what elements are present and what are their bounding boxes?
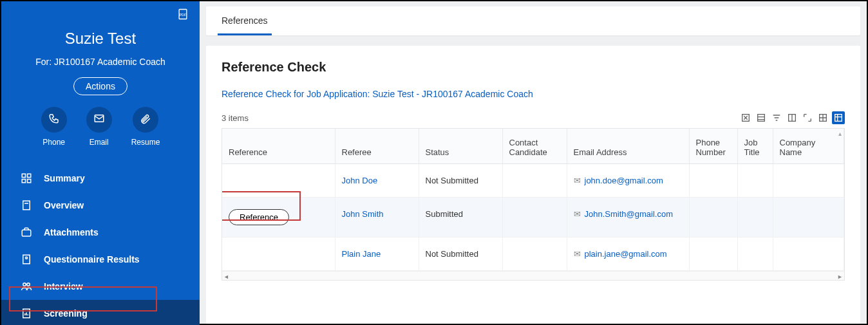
cell-phone [689,197,737,237]
mail-icon: ✉ [574,209,581,219]
col-company[interactable]: Company Name [773,129,844,163]
sidebar-item-summary[interactable]: Summary [1,165,200,192]
cell-email[interactable]: ✉john.doe@gmail.com [567,163,689,197]
cell-contact-candidate [502,163,567,197]
cell-job-title [737,237,773,270]
references-table: Reference Referee Status Contact Candida… [222,129,844,271]
contact-label-phone: Phone [42,138,65,147]
scroll-right-icon: ► [837,274,843,280]
panel-link[interactable]: Reference Check for Job Application: Suz… [222,89,533,99]
clipboard-icon [21,254,32,265]
horizontal-scrollbar[interactable]: ◄ ► [222,271,844,280]
panel: Reference Check Reference Check for Job … [206,46,860,324]
cell-email[interactable]: ✉John.Smith@gmail.com [567,197,689,237]
cell-referee[interactable]: John Smith [335,197,419,237]
svg-rect-3 [22,174,25,177]
cell-reference: Reference [222,197,335,237]
table-toolbar [739,111,845,124]
actions-button[interactable]: Actions [73,77,127,95]
cell-company [773,197,844,237]
svg-text:PDF: PDF [180,13,186,17]
tab-references[interactable]: References [218,6,272,35]
cell-phone [689,237,737,270]
contact-row: Phone Email Resume [1,107,200,147]
panel-title: Reference Check [222,60,845,75]
people-icon [21,281,32,292]
briefcase-icon [21,227,32,238]
sidebar-item-questionnaire[interactable]: Questionnaire Results [1,246,200,273]
cell-phone [689,163,737,197]
contact-phone[interactable]: Phone [41,107,67,147]
filter-icon[interactable] [770,111,783,124]
mail-icon: ✉ [574,176,581,185]
cell-contact-candidate [502,197,567,237]
open-reference-button[interactable]: Reference [229,209,289,225]
contact-email[interactable]: Email [86,107,112,147]
svg-rect-7 [23,201,30,210]
table-row: John Doe Not Submitted ✉john.doe@gmail.c… [222,163,844,197]
expand-icon[interactable] [801,111,814,124]
contact-label-email: Email [90,138,109,147]
sidebar-item-label: Summary [44,173,85,183]
report-icon [21,308,32,319]
email-text: John.Smith@gmail.com [585,209,673,219]
cell-reference [222,163,335,197]
col-status[interactable]: Status [419,129,502,163]
sidebar-item-label: Interview [44,281,83,292]
mail-icon: ✉ [574,249,581,259]
contact-resume[interactable]: Resume [131,107,160,147]
svg-point-13 [27,283,30,286]
sidebar-item-screening[interactable]: Screening [1,300,200,325]
email-icon [93,113,105,127]
cell-email[interactable]: ✉plain.jane@gmail.com [567,237,689,270]
sidebar-nav: Summary Overview Attachments Questionnai… [1,165,200,325]
grid-view-icon[interactable] [816,111,829,124]
table-wrap: ▴ Reference Referee Status Contact Candi… [222,128,845,281]
export-pdf-icon[interactable]: PDF [176,8,189,23]
col-reference[interactable]: Reference [222,129,335,163]
scroll-left-icon: ◄ [223,274,229,280]
columns-icon[interactable] [786,111,798,124]
svg-point-11 [26,257,28,259]
cell-reference [222,237,335,270]
phone-icon [48,113,60,127]
items-count: 3 items [222,113,249,123]
worksheet-icon[interactable] [755,111,768,124]
col-referee[interactable]: Referee [335,129,419,163]
contact-label-resume: Resume [131,138,160,147]
cell-job-title [737,197,773,237]
email-text: john.doe@gmail.com [585,176,663,185]
main-content: References Reference Check Reference Che… [200,1,867,324]
cell-company [773,163,844,197]
col-phone[interactable]: Phone Number [689,129,737,163]
col-contact-candidate[interactable]: Contact Candidate [502,129,567,163]
svg-rect-30 [835,115,842,122]
export-excel-icon[interactable] [739,111,752,124]
tabs-bar: References [206,6,860,35]
sidebar: PDF Suzie Test For: JR100167 Academic Co… [1,1,200,324]
cell-status: Submitted [419,197,502,237]
cell-referee[interactable]: Plain Jane [335,237,419,270]
sidebar-item-label: Questionnaire Results [44,254,140,265]
candidate-name: Suzie Test [1,30,200,48]
col-email[interactable]: Email Address [567,129,689,163]
sidebar-item-interview[interactable]: Interview [1,273,200,300]
table-row: Reference John Smith Submitted ✉John.Smi… [222,197,844,237]
col-job-title[interactable]: Job Title [737,129,773,163]
sidebar-item-label: Overview [44,200,84,210]
table-view-icon[interactable] [832,111,845,124]
attach-icon [140,113,151,127]
sidebar-item-overview[interactable]: Overview [1,192,200,219]
sidebar-item-attachments[interactable]: Attachments [1,219,200,246]
cell-referee[interactable]: John Doe [335,163,419,197]
svg-rect-5 [22,180,25,183]
svg-point-12 [23,283,26,286]
dashboard-icon [21,172,32,184]
svg-rect-6 [28,180,31,183]
svg-rect-9 [22,230,31,236]
cell-company [773,237,844,270]
table-row: Plain Jane Not Submitted ✉plain.jane@gma… [222,237,844,270]
cell-job-title [737,163,773,197]
sidebar-item-label: Attachments [44,227,99,237]
job-for-line: For: JR100167 Academic Coach [1,57,200,67]
